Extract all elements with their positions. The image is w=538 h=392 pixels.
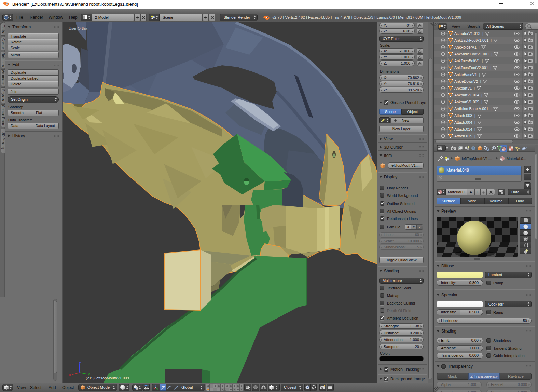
svg-text:y: y — [88, 372, 90, 376]
svg-text:x: x — [69, 373, 71, 377]
svg-text:z: z — [79, 362, 81, 365]
svg-text:i: i — [6, 16, 7, 19]
